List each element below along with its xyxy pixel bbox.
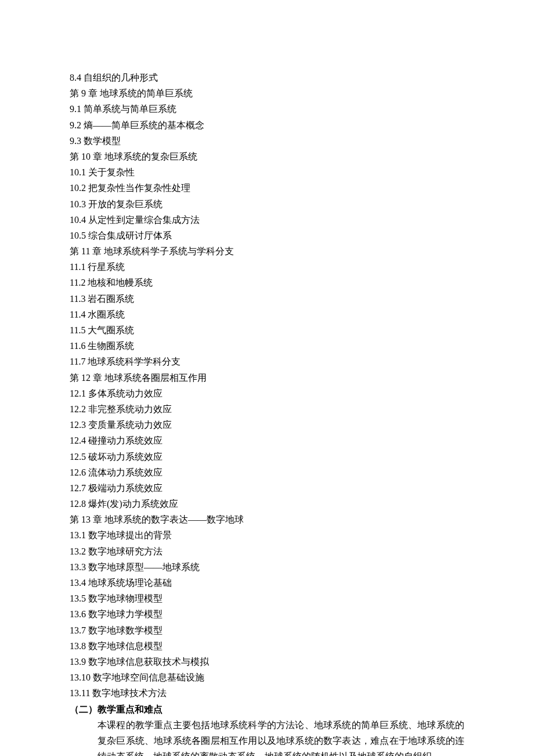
toc-item: 第 12 章 地球系统各圈层相互作用: [70, 370, 464, 386]
toc-item: 13.1 数字地球提出的背景: [70, 527, 464, 543]
toc-item: 10.4 从定性到定量综合集成方法: [70, 212, 464, 228]
toc-item: 10.1 关于复杂性: [70, 164, 464, 180]
toc-item: 11.3 岩石圈系统: [70, 291, 464, 307]
toc-item: 12.5 破坏动力系统效应: [70, 449, 464, 465]
toc-item: 13.2 数字地球研究方法: [70, 543, 464, 559]
toc-item: 12.1 多体系统动力效应: [70, 386, 464, 401]
toc-item: 11.1 行星系统: [70, 259, 464, 275]
toc-item: 第 13 章 地球系统的数字表达——数字地球: [70, 512, 464, 527]
toc-item: 10.5 综合集成研讨厅体系: [70, 228, 464, 243]
toc-item: 13.5 数字地球物理模型: [70, 591, 464, 606]
toc-item: 13.7 数字地球数学模型: [70, 622, 464, 638]
toc-item: 12.7 极端动力系统效应: [70, 480, 464, 496]
toc-item: 11.4 水圈系统: [70, 307, 464, 322]
toc-item: 9.2 熵——简单巨系统的基本概念: [70, 117, 464, 133]
toc-item: 11.7 地球系统科学学科分支: [70, 354, 464, 369]
toc-item: 13.6 数字地球力学模型: [70, 606, 464, 622]
toc-list: 8.4 自组织的几种形式 第 9 章 地球系统的简单巨系统 9.1 简单系统与简…: [70, 70, 464, 701]
toc-item: 10.2 把复杂性当作复杂性处理: [70, 180, 464, 196]
section-number: （二）: [70, 704, 98, 714]
keypoints-block: 本课程的教学重点主要包括地球系统科学的方法论、地球系统的简单巨系统、地球系统的复…: [70, 717, 464, 756]
toc-item: 9.1 简单系统与简单巨系统: [70, 101, 464, 117]
section-title: 教学重点和难点: [98, 704, 163, 714]
section-heading: （二）教学重点和难点: [70, 701, 464, 717]
toc-item: 12.2 非完整系统动力效应: [70, 401, 464, 417]
toc-item: 13.10 数字地球空间信息基础设施: [70, 669, 464, 685]
toc-item: 13.8 数字地球信息模型: [70, 638, 464, 654]
toc-item: 9.3 数学模型: [70, 133, 464, 149]
keypoints-text: 本课程的教学重点主要包括地球系统科学的方法论、地球系统的简单巨系统、地球系统的复…: [98, 717, 464, 756]
toc-item: 12.8 爆炸(发)动力系统效应: [70, 496, 464, 512]
toc-item: 第 11 章 地球系统科学子系统与学科分支: [70, 243, 464, 259]
toc-item: 12.4 碰撞动力系统效应: [70, 433, 464, 448]
toc-item: 13.9 数字地球信息获取技术与模拟: [70, 654, 464, 669]
toc-item: 11.5 大气圈系统: [70, 322, 464, 338]
toc-item: 8.4 自组织的几种形式: [70, 70, 464, 85]
toc-item: 12.6 流体动力系统效应: [70, 465, 464, 480]
toc-item: 13.4 地球系统场理论基础: [70, 575, 464, 591]
toc-item: 第 9 章 地球系统的简单巨系统: [70, 85, 464, 101]
toc-item: 12.3 变质量系统动力效应: [70, 417, 464, 433]
toc-item: 13.11 数字地球技术方法: [70, 685, 464, 701]
toc-item: 11.2 地核和地幔系统: [70, 275, 464, 290]
toc-item: 11.6 生物圈系统: [70, 338, 464, 354]
toc-item: 第 10 章 地球系统的复杂巨系统: [70, 149, 464, 164]
toc-item: 10.3 开放的复杂巨系统: [70, 196, 464, 212]
toc-item: 13.3 数字地球原型——地球系统: [70, 559, 464, 575]
